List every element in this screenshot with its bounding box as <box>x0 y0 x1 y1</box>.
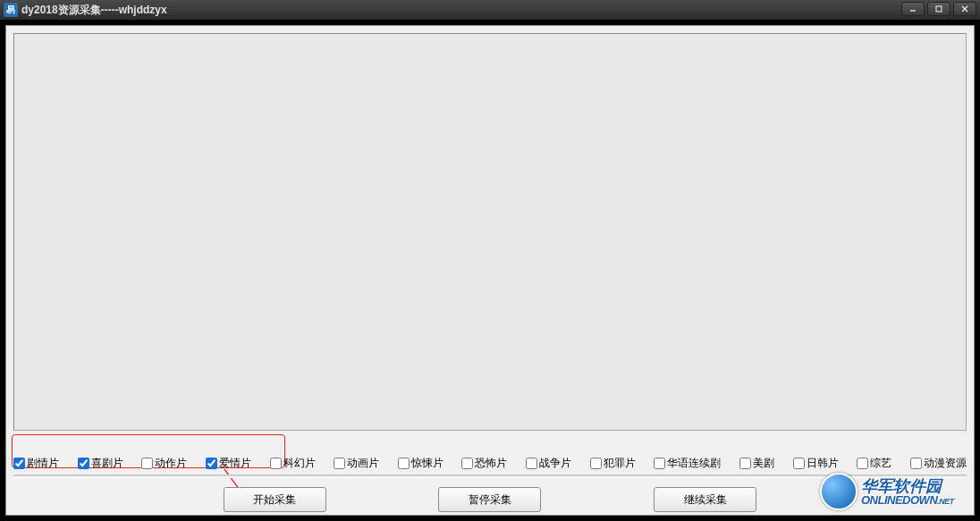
category-label: 战争片 <box>539 456 571 471</box>
category-checkbox-10[interactable] <box>654 458 665 469</box>
category-label: 惊悚片 <box>411 456 444 471</box>
close-button[interactable] <box>953 2 976 16</box>
category-item-12[interactable]: 日韩片 <box>793 456 839 471</box>
category-item-6[interactable]: 惊悚片 <box>398 456 444 471</box>
category-item-11[interactable]: 美剧 <box>739 456 774 471</box>
category-label: 华语连续剧 <box>667 456 721 471</box>
minimize-icon <box>908 4 917 13</box>
category-checkbox-6[interactable] <box>398 458 410 469</box>
category-label: 动画片 <box>347 456 379 471</box>
window-controls <box>901 2 976 16</box>
category-item-4[interactable]: 科幻片 <box>270 456 316 471</box>
category-checkbox-5[interactable] <box>334 458 345 469</box>
category-label: 剧情片 <box>27 456 59 471</box>
category-checkbox-11[interactable] <box>739 458 751 469</box>
titlebar[interactable]: 易 dy2018资源采集-----whjddzyx <box>0 0 980 20</box>
maximize-button[interactable] <box>927 2 950 16</box>
category-checkbox-4[interactable] <box>270 458 282 469</box>
category-item-2[interactable]: 动作片 <box>141 456 187 471</box>
category-checkbox-12[interactable] <box>793 458 805 469</box>
category-checkbox-8[interactable] <box>526 458 537 469</box>
category-label: 恐怖片 <box>475 456 507 471</box>
content-frame: 剧情片喜剧片动作片爱情片科幻片动画片惊悚片恐怖片战争片犯罪片华语连续剧美剧日韩片… <box>5 25 975 516</box>
category-label: 日韩片 <box>807 456 839 471</box>
watermark: 华军软件园 ONLINEDOWN.NET <box>820 470 972 513</box>
category-checkbox-2[interactable] <box>141 458 153 469</box>
watermark-cn: 华军软件园 <box>861 478 954 494</box>
category-label: 爱情片 <box>219 456 251 471</box>
window-body: 剧情片喜剧片动作片爱情片科幻片动画片惊悚片恐怖片战争片犯罪片华语连续剧美剧日韩片… <box>0 20 980 521</box>
category-checkbox-0[interactable] <box>13 458 25 469</box>
start-button[interactable]: 开始采集 <box>224 487 326 512</box>
category-checkbox-1[interactable] <box>78 458 89 469</box>
category-item-7[interactable]: 恐怖片 <box>461 456 507 471</box>
category-label: 喜剧片 <box>91 456 123 471</box>
category-item-8[interactable]: 战争片 <box>526 456 571 471</box>
category-item-14[interactable]: 动漫资源 <box>910 456 967 471</box>
app-window: 易 dy2018资源采集-----whjddzyx <box>0 0 980 521</box>
category-item-0[interactable]: 剧情片 <box>13 456 59 471</box>
category-item-5[interactable]: 动画片 <box>334 456 379 471</box>
resume-button[interactable]: 继续采集 <box>654 487 756 512</box>
svg-rect-1 <box>936 6 942 12</box>
category-checkbox-14[interactable] <box>910 458 922 469</box>
watermark-en: ONLINEDOWN.NET <box>861 494 954 506</box>
maximize-icon <box>934 4 943 13</box>
category-label: 动漫资源 <box>924 456 967 471</box>
category-checkbox-3[interactable] <box>206 458 217 469</box>
category-item-3[interactable]: 爱情片 <box>206 456 251 471</box>
category-checkbox-7[interactable] <box>461 458 473 469</box>
category-checkbox-13[interactable] <box>857 458 868 469</box>
category-label: 犯罪片 <box>604 456 636 471</box>
log-textarea[interactable] <box>13 33 967 431</box>
category-checkbox-9[interactable] <box>590 458 602 469</box>
window-title: dy2018资源采集-----whjddzyx <box>21 3 167 18</box>
category-label: 综艺 <box>870 456 891 471</box>
category-label: 动作片 <box>155 456 187 471</box>
minimize-button[interactable] <box>901 2 925 16</box>
category-item-10[interactable]: 华语连续剧 <box>654 456 721 471</box>
globe-icon <box>820 473 858 510</box>
watermark-text: 华军软件园 ONLINEDOWN.NET <box>861 478 954 506</box>
category-label: 美剧 <box>753 456 774 471</box>
category-item-9[interactable]: 犯罪片 <box>590 456 636 471</box>
app-icon: 易 <box>4 3 18 17</box>
pause-button[interactable]: 暂停采集 <box>438 487 541 512</box>
category-item-1[interactable]: 喜剧片 <box>78 456 123 471</box>
category-label: 科幻片 <box>283 456 316 471</box>
category-item-13[interactable]: 综艺 <box>857 456 891 471</box>
close-icon <box>960 4 969 13</box>
